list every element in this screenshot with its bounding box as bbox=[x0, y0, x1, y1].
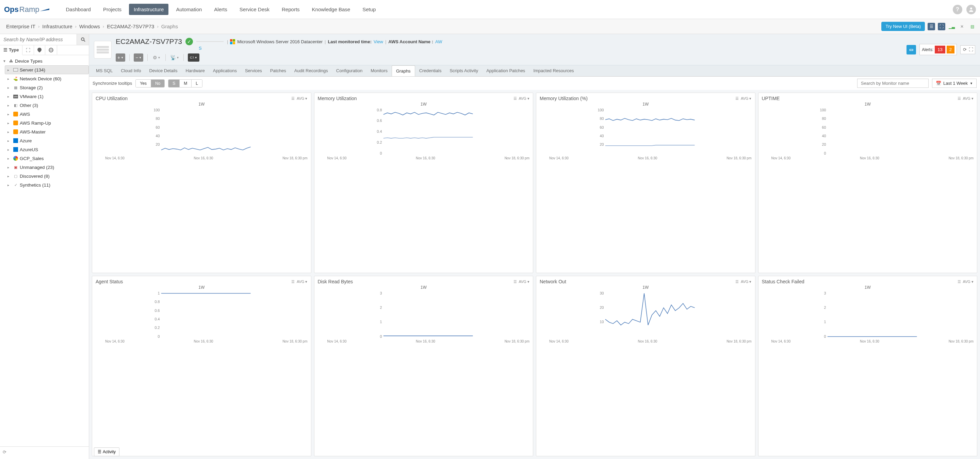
nav-automation[interactable]: Automation bbox=[171, 4, 207, 15]
chart-menu-icon[interactable]: ☰ bbox=[514, 96, 517, 101]
layers-icon[interactable]: ▤ bbox=[969, 23, 976, 30]
chart-agg-label[interactable]: AVG ▾ bbox=[519, 280, 530, 284]
nav-dashboard[interactable]: Dashboard bbox=[61, 4, 95, 15]
satellite-button[interactable]: 📡▼ bbox=[170, 53, 179, 62]
nav-projects[interactable]: Projects bbox=[98, 4, 126, 15]
tab-services[interactable]: Services bbox=[241, 65, 266, 76]
tools-icon[interactable]: ✕ bbox=[958, 23, 966, 30]
settings-button[interactable]: ⚙▼ bbox=[152, 53, 161, 62]
topology-icon[interactable]: ⛶ bbox=[938, 23, 945, 30]
chart-body[interactable]: 0123 bbox=[762, 291, 974, 339]
filter-tab-tree[interactable]: ⛶ bbox=[22, 45, 34, 55]
server-badge-icon[interactable]: ▭ bbox=[907, 45, 916, 54]
chart-menu-icon[interactable]: ☰ bbox=[735, 280, 739, 284]
tab-credentials[interactable]: Credentials bbox=[415, 65, 446, 76]
tab-configuration[interactable]: Configuration bbox=[332, 65, 366, 76]
expand-icon[interactable]: ⛶ bbox=[968, 47, 974, 53]
chart-agg-label[interactable]: AVG ▾ bbox=[963, 96, 974, 101]
tab-cloud-info[interactable]: Cloud Info bbox=[117, 65, 145, 76]
sync-yes[interactable]: Yes bbox=[136, 80, 151, 87]
size-s[interactable]: S bbox=[169, 80, 180, 87]
tab-graphs[interactable]: Graphs bbox=[392, 65, 415, 76]
tab-ms-sql[interactable]: MS SQL bbox=[92, 65, 117, 76]
last-monitored-link[interactable]: View bbox=[374, 39, 383, 44]
chart-body[interactable]: 20406080100 bbox=[540, 108, 752, 156]
chart-menu-icon[interactable]: ☰ bbox=[514, 280, 517, 284]
tree-node-server[interactable]: ▸Server (134) bbox=[5, 65, 89, 74]
tab-audit-recordings[interactable]: Audit Recordings bbox=[290, 65, 332, 76]
chart-agg-label[interactable]: AVG ▾ bbox=[963, 280, 974, 284]
tab-scripts-activity[interactable]: Scripts Activity bbox=[445, 65, 482, 76]
chart-body[interactable]: 20406080100 bbox=[95, 108, 308, 156]
tab-device-details[interactable]: Device Details bbox=[145, 65, 181, 76]
activity-button[interactable]: ☰ Activity bbox=[94, 448, 119, 456]
filter-tab-globe[interactable] bbox=[45, 45, 57, 55]
chart-body[interactable]: 102030 bbox=[540, 291, 752, 339]
help-icon[interactable]: ? bbox=[953, 5, 962, 14]
chart-menu-icon[interactable]: ☰ bbox=[291, 96, 295, 101]
user-icon[interactable] bbox=[966, 5, 976, 14]
tab-application-patches[interactable]: Application Patches bbox=[482, 65, 529, 76]
chart-agg-label[interactable]: AVG ▾ bbox=[741, 96, 751, 101]
search-button[interactable] bbox=[76, 34, 89, 45]
breadcrumb-item[interactable]: Infrastructure bbox=[40, 24, 74, 29]
tab-patches[interactable]: Patches bbox=[266, 65, 290, 76]
refresh-icon[interactable]: ⟳ bbox=[3, 449, 10, 456]
tree-node-azureus[interactable]: ▸AzureUS bbox=[5, 145, 89, 154]
add-button[interactable]: +▼ bbox=[116, 53, 125, 62]
chart-menu-icon[interactable]: ☰ bbox=[958, 280, 961, 284]
tab-impacted-resources[interactable]: Impacted Resources bbox=[529, 65, 578, 76]
nav-knowledge-base[interactable]: Knowledge Base bbox=[307, 4, 355, 15]
tab-hardware[interactable]: Hardware bbox=[181, 65, 208, 76]
chart-agg-label[interactable]: AVG ▾ bbox=[297, 96, 307, 101]
chart-agg-label[interactable]: AVG ▾ bbox=[519, 96, 530, 101]
search-input[interactable] bbox=[0, 34, 76, 45]
tree-node-gcp_sales[interactable]: ▸GCP_Sales bbox=[5, 154, 89, 163]
tree-node-aws[interactable]: ▸AWS bbox=[5, 110, 89, 118]
alerts-badge[interactable]: Alerts: 13 2 bbox=[920, 44, 957, 55]
remove-button[interactable]: −▼ bbox=[134, 53, 143, 62]
nav-setup[interactable]: Setup bbox=[358, 4, 380, 15]
size-l[interactable]: L bbox=[192, 80, 202, 87]
tree-node-synthetics[interactable]: ▸✓Synthetics (11) bbox=[5, 180, 89, 189]
chart-menu-icon[interactable]: ☰ bbox=[958, 96, 961, 101]
tree-node-storage[interactable]: ▸▦Storage (2) bbox=[5, 83, 89, 92]
chart-body[interactable]: 020406080100 bbox=[762, 108, 974, 156]
monitor-search-input[interactable] bbox=[857, 79, 929, 88]
chart-agg-label[interactable]: AVG ▾ bbox=[741, 280, 751, 284]
nav-alerts[interactable]: Alerts bbox=[209, 4, 232, 15]
filter-tab-type[interactable]: ☰ Type bbox=[0, 45, 22, 55]
tree-node-unmanaged[interactable]: ▸▣Unmanaged (23) bbox=[5, 163, 89, 172]
chart-agg-label[interactable]: AVG ▾ bbox=[297, 280, 307, 284]
chart-icon[interactable]: ▁▃ bbox=[948, 23, 956, 30]
chart-body[interactable]: 0123 bbox=[318, 291, 530, 339]
time-range-picker[interactable]: 📅 Last 1 Week ▼ bbox=[932, 79, 977, 88]
nav-infrastructure[interactable]: Infrastructure bbox=[129, 4, 169, 15]
breadcrumb-item[interactable]: Enterprise IT bbox=[4, 24, 37, 29]
tree-node-network-device[interactable]: ▸⛳Network Device (60) bbox=[5, 74, 89, 83]
filter-tab-location[interactable] bbox=[34, 45, 45, 55]
aws-account-value[interactable]: AW bbox=[435, 39, 442, 44]
tree-node-discovered[interactable]: ▸▢Discovered (8) bbox=[5, 172, 89, 180]
chart-menu-icon[interactable]: ☰ bbox=[735, 96, 739, 101]
console-button[interactable]: C:\▼ bbox=[188, 53, 199, 62]
chart-menu-icon[interactable]: ☰ bbox=[291, 280, 295, 284]
chart-body[interactable]: 00.20.40.60.81 bbox=[95, 291, 308, 339]
nav-reports[interactable]: Reports bbox=[277, 4, 305, 15]
tree-node-aws-master[interactable]: ▸AWS-Master bbox=[5, 128, 89, 136]
tree-node-vmware[interactable]: ▸vmVMware (1) bbox=[5, 92, 89, 101]
nav-service-desk[interactable]: Service Desk bbox=[235, 4, 274, 15]
chart-body[interactable]: 00.20.40.60.8 bbox=[318, 108, 530, 156]
sync-no[interactable]: No bbox=[151, 80, 164, 87]
tab-applications[interactable]: Applications bbox=[209, 65, 241, 76]
breadcrumb-item[interactable]: EC2AMAZ-7SV7P73 bbox=[105, 24, 156, 29]
tree-node-aws-ramp-up[interactable]: ▸AWS Ramp-Up bbox=[5, 118, 89, 128]
list-view-icon[interactable]: ☰ bbox=[928, 23, 935, 30]
tree-root[interactable]: ▼ 🖧 Device Types bbox=[0, 57, 89, 65]
tree-node-azure[interactable]: ▸Azure bbox=[5, 136, 89, 145]
breadcrumb-item[interactable]: Windows bbox=[77, 24, 102, 29]
try-new-ui-button[interactable]: Try New UI (Beta) bbox=[881, 22, 925, 31]
sync-icon[interactable]: ⟳ bbox=[962, 47, 967, 53]
tab-monitors[interactable]: Monitors bbox=[366, 65, 392, 76]
tree-node-other[interactable]: ▸◧Other (3) bbox=[5, 101, 89, 110]
